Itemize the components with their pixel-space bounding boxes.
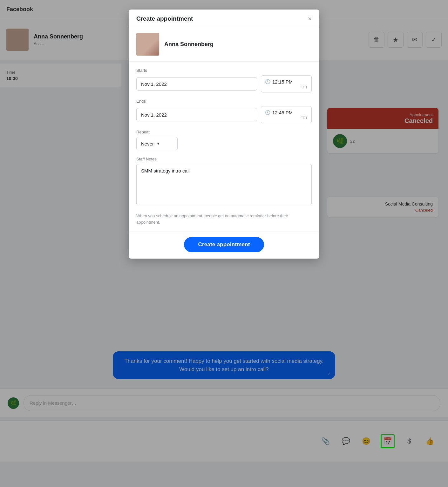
ends-row: Nov 1, 2022 🕐 12:45 PM EDT xyxy=(136,106,312,123)
create-appointment-modal: Create appointment × Anna Sonnenberg Sta… xyxy=(129,10,319,259)
modal-contact-section: Anna Sonnenberg xyxy=(129,27,319,62)
modal-close-button[interactable]: × xyxy=(308,16,312,22)
starts-date-input[interactable]: Nov 1, 2022 xyxy=(136,77,257,91)
ends-date-value: Nov 1, 2022 xyxy=(141,112,167,118)
ends-time-value: 12:45 PM xyxy=(272,110,293,115)
repeat-label: Repeat xyxy=(136,130,312,134)
modal-contact-avatar xyxy=(136,33,159,56)
starts-label: Starts xyxy=(136,68,312,73)
starts-tz-label: EDT xyxy=(265,85,308,89)
starts-date-value: Nov 1, 2022 xyxy=(141,81,167,87)
ends-group: Ends Nov 1, 2022 🕐 12:45 PM EDT xyxy=(136,99,312,123)
modal-body: Starts Nov 1, 2022 🕐 12:15 PM EDT Ends xyxy=(129,62,319,232)
starts-time-top-row: 🕐 12:15 PM xyxy=(265,79,308,85)
repeat-value: Never xyxy=(141,141,154,146)
starts-row: Nov 1, 2022 🕐 12:15 PM EDT xyxy=(136,75,312,92)
clock-icon-starts: 🕐 xyxy=(265,79,270,84)
ends-date-input[interactable]: Nov 1, 2022 xyxy=(136,108,257,121)
repeat-group: Repeat Never ▼ xyxy=(136,130,312,150)
modal-title: Create appointment xyxy=(136,15,193,22)
ends-time-top-row: 🕐 12:45 PM xyxy=(265,110,308,115)
create-appointment-button[interactable]: Create appointment xyxy=(184,237,264,252)
modal-header: Create appointment × xyxy=(129,10,319,27)
ends-label: Ends xyxy=(136,99,312,104)
modal-contact-name: Anna Sonnenberg xyxy=(164,41,214,48)
modal-footer: Create appointment xyxy=(129,232,319,259)
clock-icon-ends: 🕐 xyxy=(265,110,270,115)
reminder-text: When you schedule an appointment, people… xyxy=(136,213,312,225)
starts-group: Starts Nov 1, 2022 🕐 12:15 PM EDT xyxy=(136,68,312,92)
ends-tz-label: EDT xyxy=(265,116,308,120)
chevron-down-icon: ▼ xyxy=(156,141,160,146)
staff-notes-group: Staff Notes SMM strategy intro call xyxy=(136,157,312,206)
staff-notes-textarea[interactable]: SMM strategy intro call xyxy=(136,164,312,205)
ends-time-input[interactable]: 🕐 12:45 PM EDT xyxy=(261,106,312,123)
starts-time-value: 12:15 PM xyxy=(272,79,293,85)
repeat-select[interactable]: Never ▼ xyxy=(136,137,178,150)
staff-notes-label: Staff Notes xyxy=(136,157,312,161)
starts-time-input[interactable]: 🕐 12:15 PM EDT xyxy=(261,75,312,92)
